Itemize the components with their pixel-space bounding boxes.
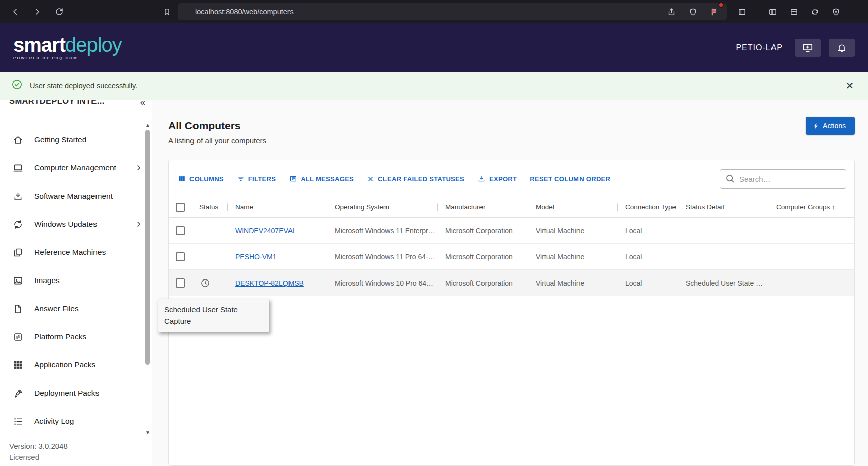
toolbar-divider [757, 7, 757, 17]
sidebar-item-getting-started[interactable]: Getting Started [0, 126, 152, 154]
column-header-status-detail[interactable]: Status Detail [678, 197, 768, 217]
smartdeploy-logo[interactable]: smartdeploy POWERED BY PDQ.COM [13, 35, 122, 60]
sidebar-item-label: Application Packs [34, 360, 95, 369]
filters-button[interactable]: FILTERS [237, 175, 276, 183]
logo-deploy-text: deploy [65, 34, 122, 56]
sidebar-item-deployment-packs[interactable]: Deployment Packs [0, 379, 152, 407]
sidebar-item-images[interactable]: Images [0, 266, 152, 295]
model-cell: Virtual Machine [528, 279, 617, 287]
sidebar-item-windows-updates[interactable]: Windows Updates [0, 210, 152, 238]
export-button[interactable]: EXPORT [477, 175, 517, 183]
site-security-icon[interactable] [183, 7, 191, 17]
downloads-icon[interactable] [734, 4, 750, 20]
success-check-icon [11, 79, 23, 92]
sidebar-item-platform-packs[interactable]: Platform Packs [0, 323, 152, 351]
column-header-connection-type[interactable]: Connection Type [617, 197, 678, 217]
forward-icon[interactable] [29, 4, 45, 20]
clear-failed-statuses-label: CLEAR FAILED STATUSES [378, 175, 464, 183]
scroll-down-icon[interactable]: ▼ [145, 430, 150, 435]
computers-card: COLUMNS FILTERS ALL MESSAGES CLEAR FAILE… [168, 160, 855, 466]
address-bar[interactable]: localhost:8080/web/computers [178, 3, 727, 20]
actions-button[interactable]: Actions [806, 117, 855, 135]
sidebar-item-label: Platform Packs [34, 332, 86, 341]
select-all-checkbox[interactable] [176, 203, 185, 212]
row-checkbox[interactable] [176, 226, 185, 235]
chevron-right-icon [134, 220, 143, 229]
sidebar-item-label: Computer Management [34, 163, 116, 172]
os-cell: Microsoft Windows 10 Pro 64… [327, 279, 437, 287]
protection-shield-icon[interactable] [828, 4, 844, 20]
sidebar-item-software-management[interactable]: Software Management [0, 182, 152, 210]
all-messages-button[interactable]: ALL MESSAGES [289, 175, 354, 183]
alert-flag-icon[interactable] [706, 4, 722, 20]
sidebar-title: SMARTDEPLOY INTE... [9, 100, 105, 106]
clear-failed-statuses-button[interactable]: CLEAR FAILED STATUSES [367, 175, 464, 183]
sidebar-item-label: Answer Files [34, 304, 79, 313]
banner-close-icon[interactable]: ✕ [843, 79, 857, 93]
row-checkbox[interactable] [176, 278, 185, 288]
computer-name-link[interactable]: WINDEV2407EVAL [235, 227, 297, 235]
scheduled-clock-icon[interactable] [200, 278, 210, 288]
scroll-up-icon[interactable]: ▲ [145, 123, 150, 128]
search-icon [725, 173, 735, 186]
image-icon [12, 275, 23, 286]
filters-button-label: FILTERS [248, 175, 276, 183]
add-computer-button[interactable] [795, 39, 821, 57]
column-header-operating-system[interactable]: Operating System [327, 197, 437, 217]
sidebar-item-activity-log[interactable]: Activity Log [0, 407, 152, 435]
logo-smart-text: smart [13, 34, 65, 56]
grid-icon [12, 359, 23, 370]
computer-name-link[interactable]: DESKTOP-82LQMSB [235, 279, 304, 287]
row-checkbox[interactable] [176, 252, 185, 261]
sidebar-item-answer-files[interactable]: Answer Files [0, 295, 152, 323]
table-toolbar: COLUMNS FILTERS ALL MESSAGES CLEAR FAILE… [169, 160, 854, 197]
reload-icon[interactable] [51, 4, 67, 20]
collapse-sidebar-icon[interactable]: « [140, 100, 145, 108]
column-header-name[interactable]: Name [227, 197, 327, 217]
home-icon [12, 134, 23, 145]
share-icon[interactable] [663, 4, 680, 20]
extensions-icon[interactable] [807, 4, 823, 20]
column-header-status[interactable]: Status [191, 197, 227, 217]
browser-toolbar: localhost:8080/web/computers [0, 0, 868, 23]
tab-overview-icon[interactable] [786, 4, 802, 20]
actions-bolt-icon [813, 123, 819, 129]
columns-button-label: COLUMNS [189, 175, 224, 183]
column-header-computer-groups[interactable]: Computer Groups ↑ [768, 197, 854, 217]
device-name: PETIO-LAP [736, 43, 783, 52]
copy-icon [12, 247, 23, 258]
url-text[interactable]: localhost:8080/web/computers [195, 8, 663, 16]
sidebar-item-application-packs[interactable]: Application Packs [0, 351, 152, 379]
back-icon[interactable] [7, 4, 23, 20]
license-status: Licensed [9, 452, 143, 463]
table-row[interactable]: PESHO-VM1 Microsoft Windows 11 Pro 64-… … [169, 244, 854, 270]
sort-asc-icon[interactable]: ↑ [832, 203, 835, 211]
columns-button[interactable]: COLUMNS [178, 175, 224, 183]
all-messages-button-label: ALL MESSAGES [301, 175, 354, 183]
notifications-bell-button[interactable] [829, 39, 855, 57]
document-icon [12, 303, 23, 314]
model-cell: Virtual Machine [528, 253, 617, 261]
bookmark-icon[interactable] [159, 4, 175, 20]
sidebar: SMARTDEPLOY INTE... « Getting Started Co… [0, 100, 152, 466]
computer-name-link[interactable]: PESHO-VM1 [235, 253, 276, 261]
sidebar-item-reference-machines[interactable]: Reference Machines [0, 238, 152, 266]
main-content: All Computers A listing of all your comp… [152, 100, 868, 466]
page-title: All Computers [168, 120, 855, 132]
software-download-icon [12, 191, 23, 202]
sidebar-toggle-icon[interactable] [764, 4, 781, 20]
manufacturer-cell: Microsoft Corporation [437, 279, 528, 287]
column-header-manufacturer[interactable]: Manufacturer [437, 197, 528, 217]
reset-column-order-button[interactable]: RESET COLUMN ORDER [530, 175, 610, 183]
export-button-label: EXPORT [489, 175, 517, 183]
shield-icon[interactable] [685, 4, 701, 20]
table-row[interactable]: DESKTOP-82LQMSB Microsoft Windows 10 Pro… [169, 270, 854, 296]
sidebar-item-computer-management[interactable]: Computer Management [0, 154, 152, 182]
table-row[interactable]: WINDEV2407EVAL Microsoft Windows 11 Ente… [169, 218, 854, 244]
sidebar-scrollbar[interactable] [145, 130, 150, 365]
sidebar-menu: Getting Started Computer Management Soft… [0, 126, 152, 435]
search-input[interactable] [720, 169, 846, 189]
sidebar-item-label: Reference Machines [34, 248, 106, 257]
column-header-model[interactable]: Model [528, 197, 617, 217]
computer-groups-label: Computer Groups [776, 203, 830, 211]
